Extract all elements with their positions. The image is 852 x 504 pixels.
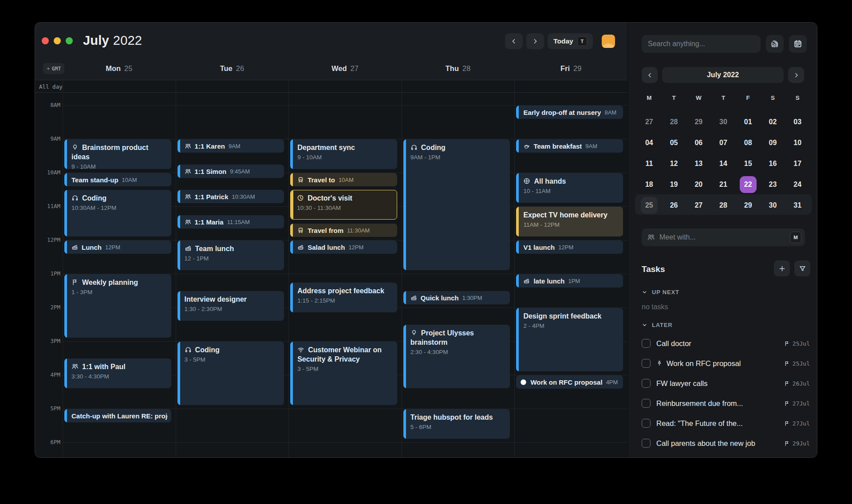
minical-title[interactable]: July 2022 <box>662 67 784 83</box>
tasks-section-up-next[interactable]: UP NEXT <box>642 289 679 295</box>
minical-day-27[interactable]: 27 <box>637 111 662 132</box>
calendar-event[interactable]: Quick lunch1:30PM <box>403 291 510 304</box>
calendar-event[interactable]: Travel to10AM <box>290 173 397 186</box>
minical-day-27[interactable]: 27 <box>686 195 711 216</box>
calendar-event[interactable]: Catch-up with Lauren RE: proje <box>64 409 171 422</box>
day-header-mon[interactable]: Mon25 <box>63 62 176 75</box>
add-task-button[interactable] <box>774 260 790 276</box>
task-checkbox[interactable] <box>642 359 651 368</box>
minical-day-16[interactable]: 16 <box>761 153 785 174</box>
calendar-event[interactable]: Expect TV home delivery11AM - 12PM <box>516 207 623 236</box>
calendar-event[interactable]: Project Ulysses brainstorm2:30 - 4:30PM <box>403 325 510 388</box>
minical-day-15[interactable]: 15 <box>736 153 761 174</box>
next-week-button[interactable] <box>526 33 544 49</box>
task-row[interactable]: Read: "The Future of the...27Jul <box>642 417 810 430</box>
calendar-event[interactable]: Salad lunch12PM <box>290 240 397 254</box>
task-row[interactable]: Call doctor25Jul <box>642 337 810 350</box>
minical-day-28[interactable]: 28 <box>662 111 686 132</box>
minical-day-11[interactable]: 11 <box>637 153 662 174</box>
calendar-view-button[interactable] <box>789 35 807 53</box>
minical-day-29[interactable]: 29 <box>736 195 761 216</box>
task-row[interactable]: Work on RFC proposal25Jul <box>642 357 810 370</box>
calendar-event[interactable]: Customer Webinar on Security & Privacy3 … <box>290 342 397 405</box>
task-checkbox[interactable] <box>642 419 651 428</box>
minical-day-18[interactable]: 18 <box>637 174 662 195</box>
minical-day-06[interactable]: 06 <box>686 132 711 153</box>
calendar-event[interactable]: Lunch12PM <box>64 240 171 254</box>
minimize-window-button[interactable] <box>54 37 61 44</box>
minical-next-month-button[interactable] <box>788 67 804 83</box>
minical-day-30[interactable]: 30 <box>761 195 785 216</box>
minical-prev-month-button[interactable] <box>642 67 658 83</box>
calendar-event[interactable]: Design sprint feedback2 - 4PM <box>516 308 623 371</box>
calendar-event[interactable]: Coding10:30AM - 12PM <box>64 190 171 236</box>
filter-tasks-button[interactable] <box>794 260 810 276</box>
calendar-event[interactable]: Team lunch12 - 1PM <box>178 240 284 270</box>
task-row[interactable]: FW lawyer calls26Jul <box>642 377 810 390</box>
zoom-window-button[interactable] <box>66 37 73 44</box>
calendar-event[interactable]: Travel from11:30AM <box>290 224 397 237</box>
calendar-event[interactable]: 1:1 Maria11:15AM <box>178 215 284 228</box>
calendar-event[interactable]: All hands10 - 11AM <box>516 173 623 203</box>
minical-day-13[interactable]: 13 <box>686 153 711 174</box>
today-button[interactable]: Today T <box>548 33 593 49</box>
minical-day-08[interactable]: 08 <box>736 132 761 153</box>
minical-day-04[interactable]: 04 <box>637 132 662 153</box>
calendar-event[interactable]: Department sync9 - 10AM <box>290 139 397 169</box>
minical-day-21[interactable]: 21 <box>711 174 736 195</box>
search-input[interactable] <box>648 40 754 48</box>
account-avatar[interactable] <box>602 35 615 48</box>
minical-day-01[interactable]: 01 <box>736 111 761 132</box>
calendar-event[interactable]: V1 launch12PM <box>516 240 623 254</box>
calendar-event[interactable]: Doctor's visit10:30 - 11:30AM <box>290 190 397 220</box>
tasks-section-later[interactable]: LATER <box>642 322 672 328</box>
task-checkbox[interactable] <box>642 399 651 408</box>
calendar-event[interactable]: Coding9AM - 1PM <box>403 139 510 270</box>
minical-day-07[interactable]: 07 <box>711 132 736 153</box>
calendar-event[interactable]: Team stand-up10AM <box>64 173 171 186</box>
search-field[interactable] <box>642 35 761 53</box>
day-header-thu[interactable]: Thu28 <box>402 62 515 75</box>
minical-day-26[interactable]: 26 <box>662 195 686 216</box>
calendar-event[interactable]: Interview designer1:30 - 2:30PM <box>178 291 284 321</box>
minical-day-28[interactable]: 28 <box>711 195 736 216</box>
minical-day-09[interactable]: 09 <box>761 132 785 153</box>
day-header-fri[interactable]: Fri29 <box>514 62 627 75</box>
minical-day-14[interactable]: 14 <box>711 153 736 174</box>
task-checkbox[interactable] <box>642 439 651 448</box>
minical-day-05[interactable]: 05 <box>662 132 686 153</box>
minical-day-30[interactable]: 30 <box>711 111 736 132</box>
minical-day-29[interactable]: 29 <box>686 111 711 132</box>
calendar-event[interactable]: Early drop-off at nursery8AM <box>516 106 623 119</box>
day-header-tue[interactable]: Tue26 <box>176 62 289 75</box>
minical-day-02[interactable]: 02 <box>761 111 785 132</box>
prev-week-button[interactable] <box>505 33 523 49</box>
touch-id-button[interactable] <box>766 35 784 53</box>
meet-with-field[interactable]: M <box>642 228 805 246</box>
calendar-event[interactable]: Work on RFC proposal4PM <box>516 375 623 389</box>
task-row[interactable]: Call parents about the new job29Jul <box>642 437 810 450</box>
minical-day-23[interactable]: 23 <box>761 174 785 195</box>
minical-day-22[interactable]: 22 <box>736 174 761 195</box>
calendar-event[interactable]: Triage hubspot for leads5 - 6PM <box>403 409 510 439</box>
calendar-event[interactable]: late lunch1PM <box>516 274 623 287</box>
day-header-wed[interactable]: Wed27 <box>288 62 402 75</box>
calendar-event[interactable]: Weekly planning1 - 3PM <box>64 274 171 338</box>
minical-day-17[interactable]: 17 <box>785 153 810 174</box>
minical-day-25[interactable]: 25 <box>637 195 662 216</box>
minical-day-31[interactable]: 31 <box>785 195 810 216</box>
task-checkbox[interactable] <box>642 339 651 348</box>
timezone-pill[interactable]: + GMT <box>43 63 64 74</box>
calendar-event[interactable]: 1:1 Patrick10:30AM <box>178 190 284 203</box>
close-window-button[interactable] <box>42 37 49 44</box>
minical-day-12[interactable]: 12 <box>662 153 686 174</box>
minical-day-20[interactable]: 20 <box>686 174 711 195</box>
calendar-event[interactable]: Coding3 - 5PM <box>178 342 284 405</box>
calendar-event[interactable]: 1:1 Karen9AM <box>178 139 284 153</box>
calendar-event[interactable]: Address project feedback1:15 - 2:15PM <box>290 283 397 312</box>
minical-day-10[interactable]: 10 <box>785 132 810 153</box>
calendar-event[interactable]: 1:1 with Paul3:30 - 4:30PM <box>64 358 171 388</box>
task-checkbox[interactable] <box>642 379 651 388</box>
task-row[interactable]: Reinbursement due from...27Jul <box>642 397 810 410</box>
minical-day-03[interactable]: 03 <box>785 111 810 132</box>
